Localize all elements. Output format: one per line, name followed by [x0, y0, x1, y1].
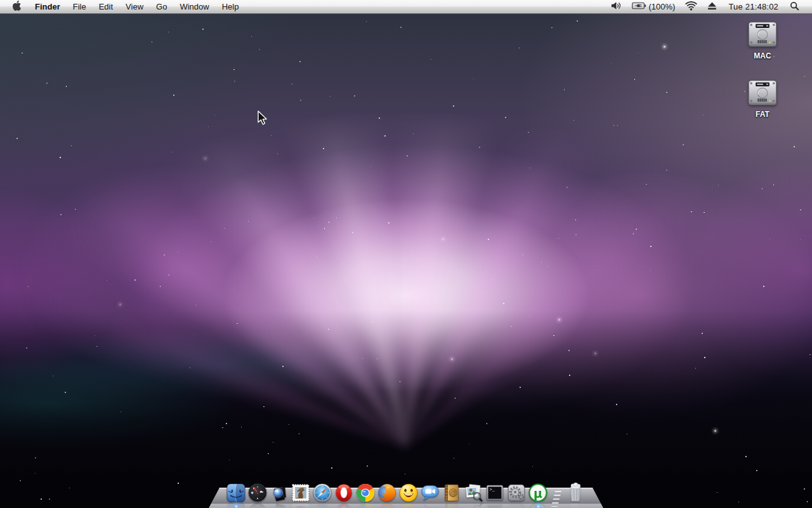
dock-item-terminal[interactable]: >_>_	[485, 483, 504, 502]
battery-menu[interactable]: (100%)	[627, 0, 681, 13]
dock-item-ichat[interactable]	[421, 483, 440, 502]
apple-menu[interactable]	[9, 0, 29, 13]
menu-list: FinderFileEditViewGoWindowHelp	[29, 0, 245, 13]
dock-item-safari[interactable]	[313, 483, 332, 502]
utorrent-icon: µ	[528, 483, 547, 502]
volume-menu[interactable]	[606, 0, 627, 13]
menu-bar-status: (100%) Tue 21:48:02	[606, 0, 812, 13]
dock-item-firefox[interactable]	[377, 483, 396, 502]
terminal-icon: >_	[485, 483, 504, 502]
hard-drive-icon	[735, 21, 790, 51]
dock-item-system-preferences[interactable]	[507, 483, 526, 502]
desktop-drive-fat[interactable]: FAT	[735, 79, 790, 119]
volume-icon	[611, 1, 622, 12]
dock-item-chrome[interactable]	[356, 483, 375, 502]
running-indicator	[536, 504, 540, 508]
battery-plugged-icon	[632, 2, 646, 11]
firefox-icon	[377, 483, 396, 502]
dock-item-finder[interactable]	[226, 483, 246, 502]
dock-items: @@>_>_µµ	[209, 482, 603, 502]
dock-item-mail[interactable]	[291, 483, 310, 502]
menu-window[interactable]: Window	[173, 0, 215, 13]
menu-finder[interactable]: Finder	[29, 0, 67, 13]
ichat-icon	[421, 483, 440, 502]
yahoo-messenger-icon	[399, 483, 418, 502]
address-book-icon: @	[442, 483, 461, 502]
drive-label: MAC	[735, 51, 790, 60]
desktop-drive-mac[interactable]: MAC	[735, 21, 790, 60]
dock-item-dashboard[interactable]	[248, 483, 267, 502]
hard-drive-icon	[735, 79, 790, 110]
screen: FinderFileEditViewGoWindowHelp (100%)	[0, 0, 812, 508]
menu-view[interactable]: View	[119, 0, 150, 13]
spotlight-icon	[790, 1, 799, 13]
dock-item-preview[interactable]	[464, 483, 483, 502]
opera-icon	[334, 483, 353, 502]
desktop-drives: MACFAT	[0, 14, 812, 508]
dock-item-yahoo-messenger[interactable]	[399, 483, 418, 502]
wifi-icon	[685, 1, 697, 13]
wifi-menu[interactable]	[680, 0, 702, 13]
apple-logo-icon	[13, 1, 21, 13]
dock-item-trash[interactable]	[565, 482, 586, 502]
menu-edit[interactable]: Edit	[93, 0, 119, 13]
eject-menu[interactable]	[702, 0, 722, 13]
system-preferences-icon	[507, 483, 526, 502]
svg-text:µ: µ	[534, 487, 542, 500]
dock-item-opera[interactable]	[334, 483, 353, 502]
menu-go[interactable]: Go	[150, 0, 173, 13]
dock-item-photo-booth[interactable]	[270, 483, 289, 502]
menu-file[interactable]: File	[67, 0, 93, 13]
menu-bar-left: FinderFileEditViewGoWindowHelp	[0, 0, 245, 13]
dock-item-utorrent[interactable]: µµ	[528, 483, 547, 502]
spotlight-menu[interactable]	[785, 0, 804, 13]
eject-icon	[707, 2, 717, 12]
safari-icon	[313, 483, 332, 502]
trash-full-icon	[565, 482, 586, 502]
svg-text:@: @	[450, 490, 456, 497]
svg-text:>_: >_	[490, 487, 495, 492]
battery-percent: (100%)	[649, 2, 676, 11]
finder-icon	[226, 483, 246, 502]
dock: @@>_>_µµ	[209, 469, 603, 508]
dashboard-icon	[248, 483, 267, 502]
running-indicator	[234, 504, 239, 508]
drive-label: FAT	[735, 110, 790, 119]
menu-help[interactable]: Help	[216, 0, 246, 13]
mail-icon	[291, 483, 310, 502]
photo-booth-icon	[270, 483, 289, 502]
dock-item-address-book[interactable]: @@	[442, 483, 461, 502]
menu-bar: FinderFileEditViewGoWindowHelp (100%)	[0, 0, 812, 14]
desktop[interactable]: MACFAT @@>_>_µµ	[0, 14, 812, 508]
chrome-icon	[356, 483, 375, 502]
menu-bar-clock[interactable]: Tue 21:48:02	[722, 2, 785, 11]
preview-icon	[464, 483, 483, 502]
